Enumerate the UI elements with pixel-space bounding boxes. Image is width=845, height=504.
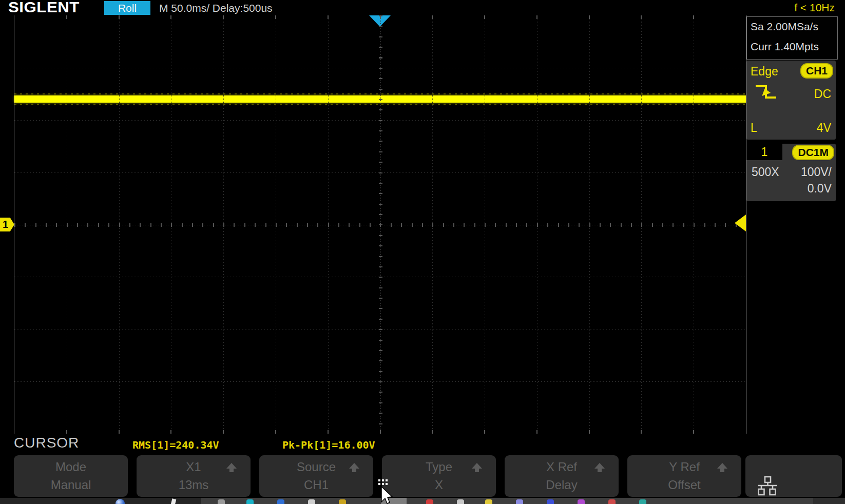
frequency-counter: f < 10Hz xyxy=(794,2,835,14)
memory-depth: Curr 1.40Mpts xyxy=(751,41,819,53)
grid-line xyxy=(484,15,485,19)
grid-line xyxy=(275,430,276,434)
timebase-readout: M 50.0ms/ Delay:500us xyxy=(159,2,273,14)
menu-button-source[interactable]: SourceCH1 xyxy=(259,455,373,497)
taskbar-app-icon[interactable] xyxy=(339,499,346,504)
menu-button-value: Manual xyxy=(51,478,91,492)
menu-button-value: CH1 xyxy=(304,478,329,492)
trigger-info-panel[interactable]: Edge CH1 DC L 4V xyxy=(746,61,836,140)
lan-status-slot xyxy=(745,455,842,497)
grid-line xyxy=(223,430,224,434)
up-arrow-icon xyxy=(348,462,360,473)
taskbar-app-icon[interactable] xyxy=(457,499,464,504)
menu-button-y-ref[interactable]: Y RefOffset xyxy=(627,455,741,497)
menu-button-label: X1 xyxy=(186,460,201,474)
grid-line xyxy=(589,430,590,434)
trigger-type-label: Edge xyxy=(751,65,778,79)
grid-line xyxy=(170,15,171,19)
grid-line xyxy=(119,430,120,434)
grid-line xyxy=(328,15,329,19)
grid-line xyxy=(380,430,381,434)
grid-line xyxy=(432,15,433,19)
taskbar-app-icon[interactable] xyxy=(308,499,315,504)
menu-button-value: X xyxy=(435,478,443,492)
channel-offset: 0.0V xyxy=(808,182,832,196)
taskbar-app-icon[interactable] xyxy=(639,499,646,504)
mouse-cursor-icon xyxy=(378,479,395,504)
menu-button-x-ref[interactable]: X RefDelay xyxy=(505,455,619,497)
os-taskbar[interactable] xyxy=(0,498,845,504)
probe-attenuation: 500X xyxy=(752,165,779,179)
taskbar-app-icon[interactable] xyxy=(277,499,284,504)
taskbar-app-icon[interactable] xyxy=(426,499,433,504)
channel1-info-panel[interactable]: 1 DC1M 500X 100V/ 0.0V xyxy=(746,144,836,201)
grid-line xyxy=(536,15,537,19)
taskbar-app-icon[interactable] xyxy=(578,499,585,504)
brand-logo: SIGLENT xyxy=(8,0,80,16)
lan-network-icon xyxy=(756,476,779,496)
channel1-offset-marker[interactable]: 1 xyxy=(0,218,14,231)
menu-button-x1[interactable]: X113ms xyxy=(137,455,251,497)
trigger-level-value: 4V xyxy=(817,121,831,135)
taskbar-app-icon[interactable] xyxy=(516,499,523,504)
taskbar-app-icon[interactable] xyxy=(485,499,492,504)
grid-line xyxy=(536,430,537,434)
grid-line xyxy=(170,430,171,434)
acquisition-mode-badge: Roll xyxy=(104,1,150,15)
grid-line xyxy=(641,430,642,434)
menu-button-label: Source xyxy=(297,460,336,474)
grid-line xyxy=(693,430,694,434)
taskbar-right-section xyxy=(813,498,845,504)
trigger-coupling: DC xyxy=(814,87,831,101)
waveform-graticule xyxy=(14,15,746,434)
acquisition-info-panel: Sa 2.00MSa/s Curr 1.40Mpts xyxy=(746,16,838,60)
channel-number-tab: 1 xyxy=(746,144,782,160)
channel-coupling-badge: DC1M xyxy=(792,145,834,160)
up-arrow-icon xyxy=(225,462,238,473)
grid-line xyxy=(14,223,746,227)
grid-line xyxy=(275,15,276,19)
menu-button-value: Offset xyxy=(668,478,701,492)
sample-rate: Sa 2.00MSa/s xyxy=(751,21,818,33)
menu-button-value: Delay xyxy=(546,478,577,492)
grid-line xyxy=(693,15,694,19)
up-arrow-icon xyxy=(471,462,483,473)
grid-line xyxy=(432,430,433,434)
grid-line xyxy=(223,15,224,19)
menu-button-label: Type xyxy=(426,460,452,474)
grid-line xyxy=(328,430,329,434)
menu-button-value: 13ms xyxy=(179,478,209,492)
taskbar-app-icon[interactable] xyxy=(608,499,616,504)
grid-line xyxy=(641,15,642,19)
menu-button-label: X Ref xyxy=(546,460,577,474)
taskbar-app-icon[interactable] xyxy=(218,499,225,504)
grid-line xyxy=(484,430,485,434)
grid-line xyxy=(589,15,590,19)
taskbar-app-icon[interactable] xyxy=(246,499,254,504)
up-arrow-icon xyxy=(593,462,606,473)
channel-number: 1 xyxy=(761,145,768,159)
grid-line xyxy=(66,15,67,19)
volts-per-div: 100V/ xyxy=(801,165,832,179)
up-arrow-icon xyxy=(716,462,728,473)
falling-edge-icon xyxy=(754,82,778,104)
menu-button-type[interactable]: TypeX xyxy=(382,455,496,497)
taskbar-app-icon[interactable] xyxy=(547,499,554,504)
menu-title: CURSOR xyxy=(14,435,79,451)
grid-line xyxy=(380,15,381,19)
menu-button-label: Y Ref xyxy=(669,460,700,474)
menu-button-label: Mode xyxy=(55,460,86,474)
trigger-source-badge: CH1 xyxy=(800,63,833,79)
measurement-rms: RMS[1]=240.34V xyxy=(132,439,219,451)
grid-line xyxy=(66,430,67,434)
channel1-marker-label: 1 xyxy=(3,219,8,230)
trigger-level-label: L xyxy=(751,121,757,135)
measurement-pkpk: Pk-Pk[1]=16.00V xyxy=(282,439,375,451)
grid-line xyxy=(119,15,120,19)
menu-button-mode[interactable]: ModeManual xyxy=(14,455,128,497)
top-status-bar: SIGLENT Roll M 50.0ms/ Delay:500us f < 1… xyxy=(0,0,845,15)
